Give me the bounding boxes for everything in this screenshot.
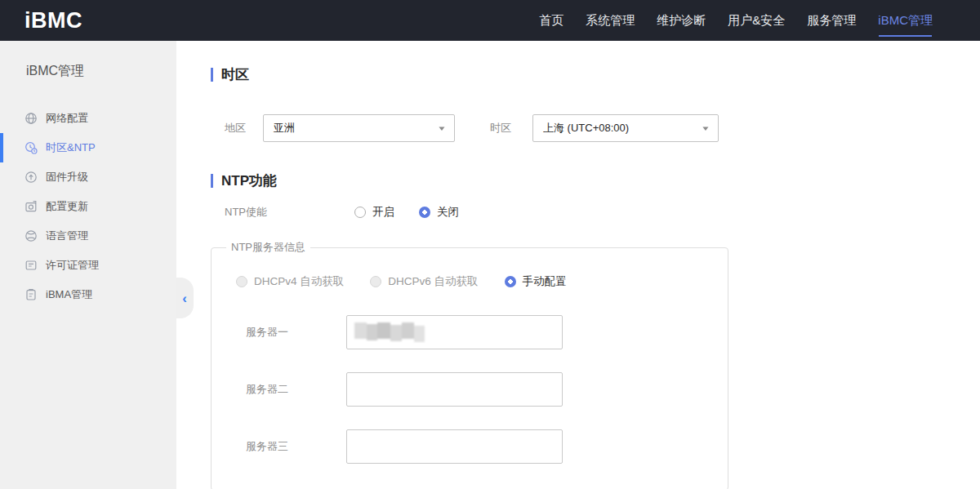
region-label: 地区: [225, 121, 263, 136]
main-content: 时区 地区 亚洲 ▼ 时区 上海 (UTC+08:00) ▼ NTP功能: [176, 41, 980, 489]
redact-block: [377, 322, 390, 339]
section-title-text: NTP功能: [221, 171, 277, 190]
nav-item-service[interactable]: 服务管理: [807, 0, 856, 41]
sidebar-item-ibma[interactable]: iBMA管理: [0, 280, 176, 309]
sidebar-item-network[interactable]: 网络配置: [0, 104, 176, 133]
sidebar: iBMC管理 网络配置 时区&NTP: [0, 41, 176, 489]
server-three-input-wrap: [346, 429, 563, 464]
sidebar-item-label: iBMA管理: [46, 287, 92, 302]
redact-block: [414, 326, 425, 342]
sidebar-menu: 网络配置 时区&NTP 固件升级: [0, 104, 176, 309]
sidebar-item-license[interactable]: 许可证管理: [0, 251, 176, 280]
server-two-input-wrap: [346, 372, 563, 407]
nav-item-system[interactable]: 系统管理: [586, 0, 635, 41]
sidebar-item-config-update[interactable]: 配置更新: [0, 192, 176, 221]
chevron-left-icon: ‹: [182, 291, 187, 305]
server-one-row: 服务器一: [246, 315, 728, 349]
ntp-server-group-legend: NTP服务器信息: [226, 240, 310, 255]
nav-item-user-security[interactable]: 用户&安全: [728, 0, 785, 41]
region-select[interactable]: 亚洲 ▼: [263, 114, 455, 142]
ntp-server-group: NTP服务器信息 DHCPv4 自动获取 DHCPv6 自动获取 手动配置: [211, 240, 728, 489]
redact-block: [390, 325, 402, 341]
server-three-label: 服务器三: [246, 439, 346, 454]
nav-item-ibmc[interactable]: iBMC管理: [878, 0, 933, 41]
config-update-icon: [24, 200, 38, 213]
sidebar-item-language[interactable]: 语言管理: [0, 221, 176, 251]
ntp-enable-radio-group: 开启 关闭: [354, 205, 459, 220]
region-select-value: 亚洲: [274, 121, 295, 136]
radio-unselected-icon: [354, 207, 366, 218]
title-accent-bar: [211, 68, 213, 82]
radio-label: DHCPv4 自动获取: [254, 274, 344, 289]
sidebar-item-label: 时区&NTP: [46, 140, 96, 155]
server-one-input-wrap: [346, 315, 563, 349]
sidebar-item-label: 配置更新: [46, 199, 88, 214]
timezone-label: 时区: [490, 121, 532, 136]
ibma-icon: [24, 288, 38, 301]
radio-label: DHCPv6 自动获取: [388, 274, 478, 289]
server-two-label: 服务器二: [246, 382, 346, 397]
sidebar-item-timezone-ntp[interactable]: 时区&NTP: [0, 133, 176, 162]
server-three-row: 服务器三: [246, 429, 728, 464]
ntp-enable-on-radio[interactable]: 开启: [354, 205, 394, 220]
sidebar-item-label: 网络配置: [46, 111, 88, 126]
title-accent-bar: [211, 174, 213, 188]
license-icon: [24, 259, 38, 272]
ntp-enable-label: NTP使能: [225, 205, 354, 220]
ntp-server-mode-radio-group: DHCPv4 自动获取 DHCPv6 自动获取 手动配置: [236, 274, 728, 289]
app-logo: iBMC: [24, 8, 82, 33]
section-title-ntp: NTP功能: [211, 172, 980, 189]
dhcpv6-auto-radio[interactable]: DHCPv6 自动获取: [370, 274, 478, 289]
radio-selected-icon: [505, 276, 516, 287]
timezone-section: 时区 地区 亚洲 ▼ 时区 上海 (UTC+08:00) ▼: [211, 66, 980, 142]
ntp-section: NTP功能 NTP使能 开启 关闭 NTP服务器信息: [211, 172, 980, 489]
radio-label: 开启: [372, 205, 394, 220]
server-one-label: 服务器一: [246, 325, 346, 340]
nav-item-maintenance[interactable]: 维护诊断: [657, 0, 706, 41]
caret-down-icon: ▼: [701, 125, 710, 132]
radio-selected-icon: [419, 207, 430, 218]
top-nav: 首页 系统管理 维护诊断 用户&安全 服务管理 iBMC管理: [539, 0, 933, 41]
sidebar-item-label: 固件升级: [46, 170, 88, 184]
section-title-timezone: 时区: [211, 66, 980, 82]
timezone-select-value: 上海 (UTC+08:00): [543, 121, 629, 136]
manual-config-radio[interactable]: 手动配置: [505, 274, 567, 289]
ntp-enable-off-radio[interactable]: 关闭: [419, 205, 459, 220]
timezone-select[interactable]: 上海 (UTC+08:00) ▼: [532, 114, 719, 142]
ntp-enable-row: NTP使能 开启 关闭: [211, 206, 980, 219]
timezone-form-row: 地区 亚洲 ▼ 时区 上海 (UTC+08:00) ▼: [211, 114, 980, 142]
top-header: iBMC 首页 系统管理 维护诊断 用户&安全 服务管理 iBMC管理: [0, 0, 980, 41]
radio-disabled-icon: [236, 276, 247, 287]
redact-block: [367, 324, 377, 340]
redact-block: [354, 322, 367, 339]
network-icon: [24, 112, 38, 125]
timezone-icon: [24, 141, 38, 154]
radio-disabled-icon: [370, 276, 381, 287]
radio-label: 关闭: [437, 205, 459, 220]
sidebar-item-label: 许可证管理: [46, 258, 99, 273]
server-three-input[interactable]: [346, 429, 563, 464]
section-title-text: 时区: [221, 65, 249, 84]
nav-item-home[interactable]: 首页: [539, 0, 564, 41]
server-two-input[interactable]: [346, 372, 563, 407]
caret-down-icon: ▼: [437, 125, 447, 132]
redacted-value: [354, 322, 425, 339]
server-two-row: 服务器二: [246, 372, 728, 407]
sidebar-collapse-toggle[interactable]: ‹: [176, 278, 194, 318]
radio-label: 手动配置: [523, 274, 567, 289]
sidebar-title: iBMC管理: [26, 63, 176, 80]
dhcpv4-auto-radio[interactable]: DHCPv4 自动获取: [236, 274, 344, 289]
sidebar-item-firmware-upgrade[interactable]: 固件升级: [0, 162, 176, 192]
redact-block: [402, 322, 414, 339]
language-icon: [24, 229, 38, 242]
firmware-upgrade-icon: [24, 171, 38, 184]
sidebar-item-label: 语言管理: [46, 229, 88, 243]
